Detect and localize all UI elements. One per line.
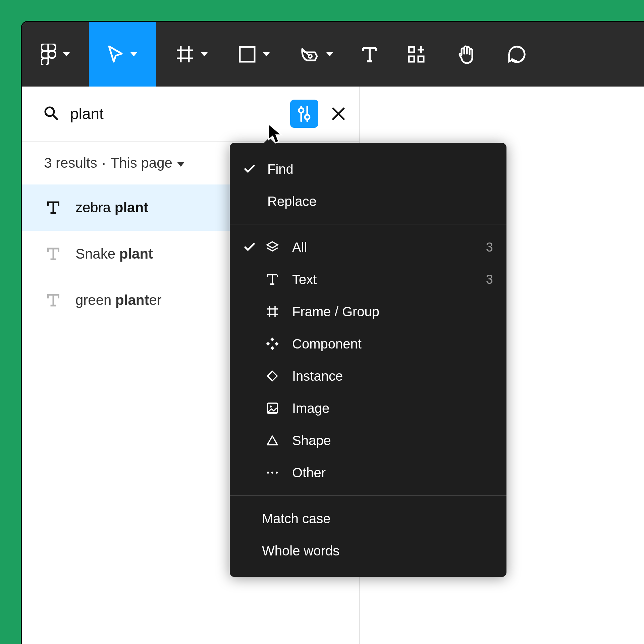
dropdown-filter-frame[interactable]: Frame / Group <box>230 296 506 328</box>
check-icon <box>241 165 258 173</box>
svg-rect-32 <box>270 346 274 350</box>
svg-point-39 <box>271 472 273 474</box>
search-result-label: green planter <box>75 292 162 308</box>
dropdown-filter-component[interactable]: Component <box>230 328 506 360</box>
svg-point-40 <box>276 472 278 474</box>
chevron-down-icon <box>177 162 184 167</box>
text-icon <box>262 273 283 285</box>
hand-icon <box>458 45 476 64</box>
text-layer-icon <box>47 247 59 261</box>
separator-dot: · <box>102 155 106 171</box>
svg-point-38 <box>267 472 269 474</box>
pen-icon <box>300 46 319 63</box>
component-icon <box>262 337 283 350</box>
hand-tool-button[interactable] <box>441 22 492 87</box>
dropdown-filter-text[interactable]: Text 3 <box>230 263 506 296</box>
dropdown-item-replace[interactable]: Replace <box>230 185 506 217</box>
dropdown-filter-instance[interactable]: Instance <box>230 360 506 392</box>
svg-line-20 <box>53 115 57 119</box>
svg-rect-13 <box>409 47 414 52</box>
more-icon <box>262 471 283 474</box>
dropdown-label: Component <box>292 336 493 352</box>
close-search-button[interactable] <box>324 100 353 128</box>
text-icon <box>362 46 378 63</box>
dropdown-filter-all[interactable]: All 3 <box>230 231 506 263</box>
close-icon <box>332 107 345 120</box>
check-icon <box>241 243 258 252</box>
search-settings-dropdown: Find Replace All 3 Text 3 <box>230 143 506 577</box>
svg-rect-5 <box>240 47 255 62</box>
chevron-down-icon <box>263 52 270 56</box>
svg-rect-15 <box>418 56 424 62</box>
dropdown-label: Frame / Group <box>292 304 493 319</box>
figma-menu-button[interactable] <box>22 22 89 87</box>
svg-point-37 <box>270 406 272 408</box>
svg-point-24 <box>305 115 310 119</box>
frame-icon <box>262 306 283 318</box>
figma-logo-icon <box>41 44 56 65</box>
chevron-down-icon <box>130 52 137 56</box>
text-layer-icon <box>47 201 59 214</box>
layers-icon <box>262 240 283 254</box>
svg-rect-33 <box>266 342 270 345</box>
toolbar <box>22 22 644 87</box>
dropdown-label: Whole words <box>262 543 493 558</box>
svg-point-23 <box>299 108 304 113</box>
dropdown-filter-shape[interactable]: Shape <box>230 424 506 457</box>
search-input[interactable] <box>70 105 290 123</box>
move-tool-button[interactable] <box>89 22 156 87</box>
dropdown-item-find[interactable]: Find <box>230 153 506 185</box>
dropdown-option-match-case[interactable]: Match case <box>230 502 506 535</box>
dropdown-label: Instance <box>292 369 493 384</box>
search-result-label: zebra plant <box>75 200 148 216</box>
dropdown-label: Text <box>292 272 486 287</box>
instance-icon <box>262 370 283 382</box>
cursor-icon <box>108 46 123 63</box>
search-icon <box>44 106 58 121</box>
pen-tool-button[interactable] <box>285 22 348 87</box>
svg-rect-14 <box>409 56 414 62</box>
svg-rect-35 <box>268 371 277 381</box>
divider <box>230 495 506 496</box>
text-tool-button[interactable] <box>348 22 391 87</box>
dropdown-label: Image <box>292 401 493 416</box>
search-scope-label: This page <box>110 155 172 171</box>
resources-tool-button[interactable] <box>391 22 441 87</box>
svg-rect-34 <box>275 342 278 345</box>
dropdown-label: Shape <box>292 433 493 448</box>
dropdown-count: 3 <box>486 272 493 287</box>
shape-tool-button[interactable] <box>223 22 285 87</box>
dropdown-label: Match case <box>262 511 493 526</box>
dropdown-label: Find <box>267 162 493 177</box>
text-layer-icon <box>47 293 59 307</box>
image-icon <box>262 402 283 414</box>
svg-rect-31 <box>270 337 274 341</box>
frame-tool-button[interactable] <box>161 22 223 87</box>
comment-icon <box>508 45 526 63</box>
frame-icon <box>176 46 194 63</box>
comment-tool-button[interactable] <box>492 22 542 87</box>
divider <box>230 224 506 224</box>
dropdown-filter-other[interactable]: Other <box>230 457 506 489</box>
rectangle-icon <box>239 46 256 63</box>
search-row <box>22 87 359 142</box>
shape-icon <box>262 435 283 446</box>
dropdown-label: Other <box>292 465 493 480</box>
dropdown-label: All <box>292 240 486 255</box>
dropdown-option-whole-words[interactable]: Whole words <box>230 535 506 567</box>
chevron-down-icon <box>201 52 208 56</box>
dropdown-count: 3 <box>486 240 493 255</box>
dropdown-filter-image[interactable]: Image <box>230 392 506 424</box>
chevron-down-icon <box>63 52 70 56</box>
sliders-icon <box>297 106 312 122</box>
search-result-label: Snake plant <box>75 246 153 262</box>
search-settings-button[interactable] <box>290 100 318 128</box>
chevron-down-icon <box>326 52 333 56</box>
dropdown-label: Replace <box>267 194 493 209</box>
results-count: 3 results <box>44 155 97 171</box>
resources-icon <box>408 46 425 63</box>
